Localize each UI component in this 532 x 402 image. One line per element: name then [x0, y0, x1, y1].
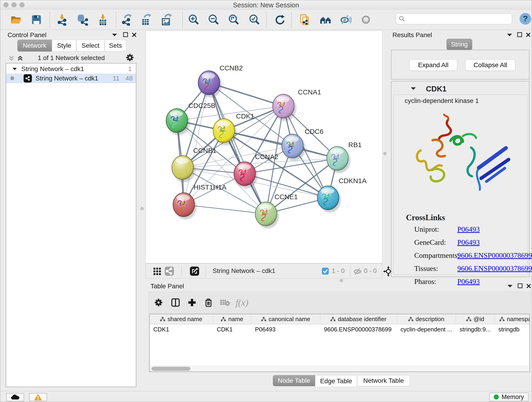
add-column-icon[interactable] [185, 295, 199, 310]
open-session-icon[interactable] [9, 13, 23, 27]
detach-view-icon[interactable] [190, 266, 199, 276]
crosslink-link[interactable]: P06493 [457, 277, 480, 286]
network-options-gear-icon[interactable] [125, 53, 134, 62]
hidden-count: 0 - 0 [364, 267, 377, 274]
results-panel-float-icon[interactable] [517, 32, 522, 37]
collection-expander-icon[interactable] [13, 68, 17, 70]
network-share-view-icon[interactable] [165, 266, 174, 276]
crosslink-link[interactable]: 9606.ENSP00000378699 [457, 251, 532, 260]
import-network-database-icon[interactable] [75, 13, 89, 27]
column-header-name[interactable]: name [213, 314, 251, 324]
expand-all-button[interactable]: Expand All [409, 59, 457, 71]
export-image-icon[interactable] [160, 13, 174, 27]
control-panel-minimize-icon[interactable] [112, 33, 117, 36]
node-HIST1H1A[interactable] [173, 193, 196, 219]
table-cell[interactable]: stringdb [495, 324, 530, 334]
collapse-all-networks-icon[interactable] [8, 55, 15, 62]
tab-sets[interactable]: Sets [105, 40, 126, 51]
delete-column-trash-icon[interactable] [201, 295, 216, 310]
zoom-selected-icon[interactable] [248, 13, 261, 27]
tab-string[interactable]: String [447, 39, 472, 50]
hide-selected-icon[interactable] [339, 13, 353, 27]
table-panel-minimize-icon[interactable] [507, 284, 513, 288]
right-splitter-handle[interactable] [383, 152, 386, 155]
table-panel-title: Table Panel [151, 283, 184, 290]
node-RB1[interactable] [327, 147, 350, 173]
tab-network-table[interactable]: Network Table [357, 375, 410, 386]
show-column-icon[interactable] [168, 295, 183, 310]
node-CCNA1[interactable] [273, 94, 296, 121]
column-header-canonicalname[interactable]: canonical name [251, 314, 320, 324]
warning-status-button[interactable] [29, 393, 47, 401]
control-panel-float-icon[interactable] [123, 32, 128, 37]
toolbar-separator [291, 12, 292, 27]
network-collection-row[interactable]: String Network – cdk1 1 [6, 65, 136, 74]
node-CDC6[interactable] [282, 134, 305, 161]
scrollbar-thumb[interactable] [152, 367, 190, 371]
tab-edge-table[interactable]: Edge Table [315, 375, 357, 387]
string-network-graph[interactable]: CCNB2CCNA1CDC25BCDK1CDC6RB1CCNB1CCNA2CDK… [146, 31, 382, 263]
zoom-in-icon[interactable] [187, 13, 201, 27]
crosslink-link[interactable]: P06493 [457, 238, 480, 247]
table-cell[interactable]: 9606.ENSP00000378699 [320, 324, 397, 334]
zoom-out-icon[interactable] [207, 13, 221, 27]
table-row[interactable]: CDK1CDK1P064939606.ENSP00000378699cyclin… [150, 324, 530, 334]
clone-network-icon[interactable] [298, 13, 312, 27]
tab-select[interactable]: Select [76, 40, 104, 51]
node-CCNB2[interactable] [198, 71, 222, 97]
search-field[interactable] [396, 13, 512, 24]
memory-button[interactable]: Memory [489, 393, 529, 401]
gene-expander-icon[interactable] [411, 87, 416, 90]
node-CDC25B[interactable] [166, 109, 190, 135]
tab-style[interactable]: Style [52, 40, 76, 51]
table-panel-close-icon[interactable]: ✕ [526, 282, 532, 290]
table-header-row: shared name name canonical name database… [150, 314, 530, 324]
node-label-CCNA1: CCNA1 [298, 88, 321, 96]
export-network-icon[interactable] [120, 13, 134, 27]
table-horizontal-scrollbar[interactable] [150, 366, 530, 371]
results-panel-close-icon[interactable]: ✕ [525, 31, 531, 39]
cloud-status-button[interactable] [6, 393, 24, 401]
save-session-icon[interactable] [30, 13, 43, 27]
column-header-id[interactable]: @id [456, 314, 495, 324]
crosslink-link[interactable]: P06493 [457, 225, 480, 234]
search-input[interactable] [405, 15, 502, 22]
column-header-databaseidentifier[interactable]: database identifier [320, 314, 397, 324]
help-icon[interactable]: ? [519, 12, 532, 26]
table-cell[interactable]: CDK1 [150, 324, 213, 334]
birds-eye-view-icon[interactable] [153, 267, 161, 275]
collapse-all-button[interactable]: Collapse All [465, 59, 515, 71]
horizontal-splitter-handle[interactable] [340, 279, 343, 282]
left-splitter-handle[interactable] [140, 207, 144, 210]
node-CCNA2[interactable] [234, 162, 258, 188]
column-header-description[interactable]: description [397, 314, 456, 324]
tab-node-table[interactable]: Node Table [273, 375, 315, 386]
selected-checkbox-icon[interactable] [322, 268, 329, 275]
table-cell[interactable]: P06493 [251, 324, 320, 334]
apply-layout-icon[interactable] [273, 13, 287, 27]
network-selection-status: 1 of 1 Network selected [30, 54, 113, 62]
table-panel-float-icon[interactable] [518, 283, 523, 288]
zoom-fit-icon[interactable] [227, 13, 241, 27]
results-panel-minimize-icon[interactable] [507, 33, 512, 36]
show-hidden-icon[interactable] [359, 13, 373, 27]
show-all-networks-icon[interactable] [319, 13, 332, 27]
crosslink-link[interactable]: 9606.ENSP00000378699 [457, 264, 532, 273]
table-gear-icon[interactable] [151, 295, 166, 310]
node-CDKN1A[interactable] [317, 186, 341, 212]
results-panel-title: Results Panel [393, 32, 432, 39]
column-header-sharedname[interactable]: shared name [150, 314, 213, 324]
column-header-namespace[interactable]: namespace [495, 314, 530, 324]
network-row-selected[interactable]: String Network – cdk1 11 48 [6, 74, 136, 83]
network-view-canvas[interactable]: CCNB2CCNA1CDC25BCDK1CDC6RB1CCNB1CCNA2CDK… [146, 31, 382, 263]
node-CDK1[interactable] [213, 119, 237, 145]
expand-all-networks-icon[interactable] [17, 55, 24, 62]
export-table-icon[interactable] [140, 13, 154, 27]
table-cell[interactable]: stringdb:9... [456, 324, 495, 334]
table-cell[interactable]: CDK1 [213, 324, 251, 334]
control-panel-close-icon[interactable]: ✕ [131, 31, 137, 39]
import-table-icon[interactable] [96, 13, 110, 27]
table-cell[interactable]: cyclin-dependent ... [397, 324, 456, 334]
tab-network[interactable]: Network [17, 40, 52, 51]
import-network-file-icon[interactable] [56, 13, 70, 27]
